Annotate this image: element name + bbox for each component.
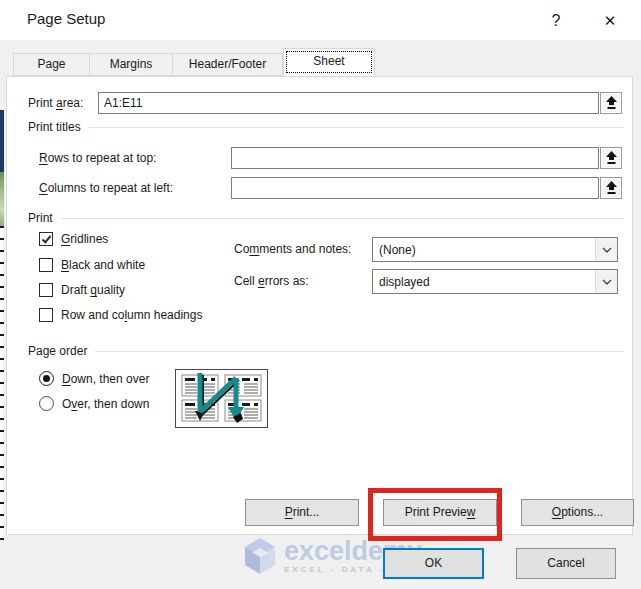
red-highlight-box [368, 488, 502, 541]
columns-repeat-label: Columns to repeat at left: [39, 177, 173, 199]
rows-repeat-label: Rows to repeat at top: [39, 147, 156, 169]
tab-header-footer[interactable]: Header/Footer [173, 53, 283, 76]
dialog-title: Page Setup [27, 10, 105, 27]
group-divider [95, 351, 624, 352]
row-column-headings-label: Row and column headings [61, 308, 202, 322]
print-titles-group: Print titles [28, 120, 624, 134]
checkbox-box [39, 283, 53, 297]
page-setup-dialog: Page Setup ? ✕ Page Margins Header/Foote… [0, 0, 641, 589]
black-and-white-checkbox[interactable]: Black and white [39, 258, 145, 272]
cancel-button[interactable]: Cancel [516, 548, 616, 579]
columns-repeat-collapse-button[interactable] [600, 177, 622, 199]
chevron-down-icon[interactable] [595, 270, 617, 293]
print-group: Print [28, 211, 624, 225]
radio-circle [39, 371, 54, 386]
dropdown-value: displayed [373, 275, 595, 289]
gridlines-checkbox[interactable]: Gridlines [39, 232, 108, 246]
print-button[interactable]: Print... [245, 499, 359, 526]
options-button[interactable]: Options... [521, 499, 634, 526]
over-then-down-radio[interactable]: Over, then down [39, 396, 149, 411]
group-divider [61, 218, 624, 219]
page-order-preview-image [175, 369, 268, 428]
black-and-white-label: Black and white [61, 258, 145, 272]
collapse-dialog-icon [605, 96, 618, 110]
columns-repeat-input[interactable] [231, 177, 599, 199]
sheet-tab-panel: Print area: Print titles Rows to repeat … [6, 76, 633, 535]
titlebar: Page Setup ? ✕ [0, 0, 641, 40]
ok-button[interactable]: OK [383, 548, 484, 579]
comments-notes-dropdown[interactable]: (None) [372, 237, 618, 262]
rows-repeat-collapse-button[interactable] [600, 147, 622, 169]
page-order-group: Page order [28, 344, 624, 358]
print-area-label: Print area: [28, 92, 83, 114]
dropdown-value: (None) [373, 243, 595, 257]
page-order-label: Page order [28, 344, 87, 358]
collapse-dialog-icon [605, 181, 618, 195]
checkbox-box [39, 308, 53, 322]
comments-notes-label: Comments and notes: [234, 237, 351, 262]
print-group-label: Print [28, 211, 53, 225]
checkbox-box [39, 232, 53, 246]
draft-quality-checkbox[interactable]: Draft quality [39, 283, 125, 297]
cell-errors-label: Cell errors as: [234, 269, 309, 294]
print-area-collapse-button[interactable] [600, 92, 622, 114]
exceldemy-logo-icon [242, 536, 278, 576]
collapse-dialog-icon [605, 151, 618, 165]
tab-sheet[interactable]: Sheet [283, 48, 375, 76]
draft-quality-label: Draft quality [61, 283, 125, 297]
tab-margins[interactable]: Margins [90, 53, 173, 76]
radio-circle [39, 396, 54, 411]
down-then-over-radio[interactable]: Down, then over [39, 371, 149, 386]
tab-page[interactable]: Page [13, 53, 90, 76]
help-icon[interactable]: ? [541, 8, 571, 34]
checkbox-box [39, 258, 53, 272]
close-icon[interactable]: ✕ [595, 8, 625, 34]
group-divider [89, 127, 624, 128]
row-column-headings-checkbox[interactable]: Row and column headings [39, 308, 202, 322]
rows-repeat-input[interactable] [231, 147, 599, 169]
over-then-down-label: Over, then down [62, 397, 149, 411]
cell-errors-dropdown[interactable]: displayed [372, 269, 618, 294]
print-titles-label: Print titles [28, 120, 81, 134]
background-window-edge [0, 110, 4, 540]
gridlines-label: Gridlines [61, 232, 108, 246]
down-then-over-label: Down, then over [62, 372, 149, 386]
print-area-input[interactable] [98, 92, 599, 114]
chevron-down-icon[interactable] [595, 238, 617, 261]
tab-strip: Page Margins Header/Footer Sheet [13, 48, 375, 76]
